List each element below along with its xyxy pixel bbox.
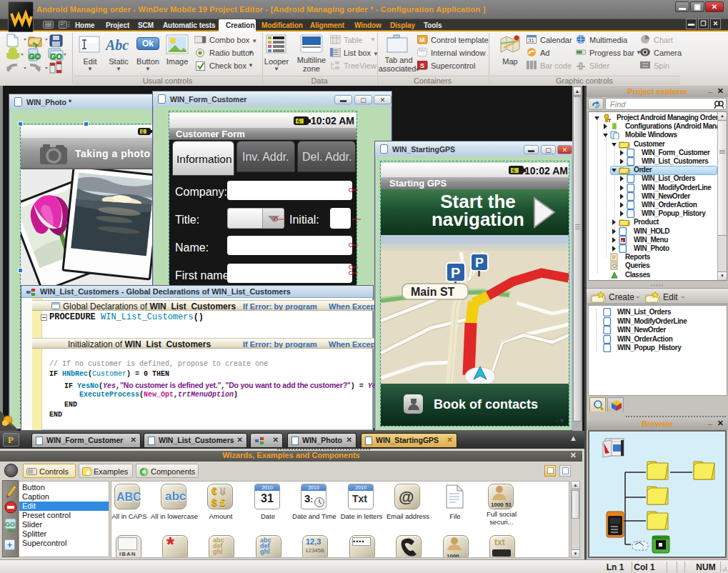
svg-text:S: S [420, 62, 424, 69]
svg-text:31: 31 [528, 37, 534, 44]
svg-text:M: M [419, 36, 425, 44]
svg-text:P: P [451, 265, 460, 281]
svg-text:s: s [622, 238, 624, 242]
svg-text:P: P [475, 256, 484, 270]
svg-text:GO: GO [29, 52, 41, 61]
svg-text:GO: GO [5, 521, 15, 528]
svg-text:GO: GO [50, 52, 63, 61]
svg-text:Main ST: Main ST [411, 286, 455, 298]
